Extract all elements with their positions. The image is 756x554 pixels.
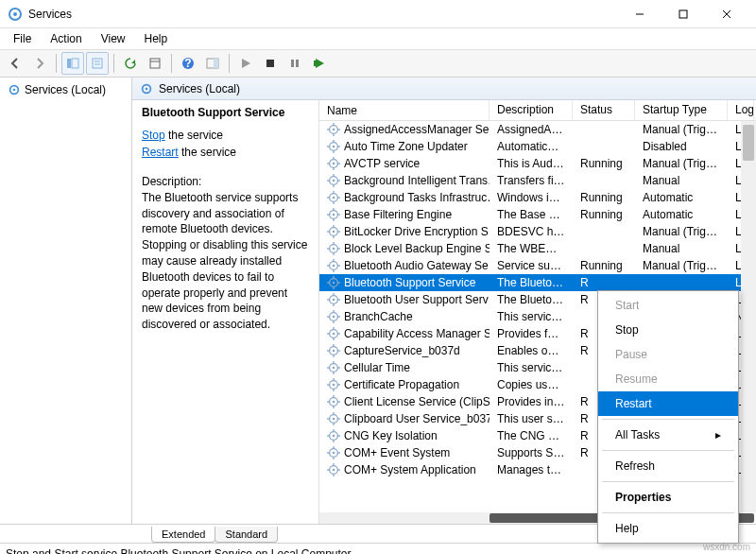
svg-rect-16 bbox=[214, 59, 218, 68]
refresh-button[interactable] bbox=[119, 52, 142, 75]
pause-service-button[interactable] bbox=[284, 52, 306, 75]
detail-pane: Bluetooth Support Service Stop the servi… bbox=[132, 100, 319, 524]
svg-point-92 bbox=[333, 316, 335, 319]
gear-icon bbox=[327, 293, 340, 306]
col-description[interactable]: Description bbox=[490, 100, 573, 120]
stop-service-link[interactable]: Stop bbox=[142, 129, 165, 142]
gear-icon bbox=[327, 344, 340, 357]
svg-point-146 bbox=[333, 469, 335, 472]
svg-point-140 bbox=[333, 452, 335, 455]
restart-service-button[interactable] bbox=[308, 52, 331, 75]
ctx-stop[interactable]: Stop bbox=[598, 318, 738, 342]
svg-point-98 bbox=[333, 333, 335, 336]
window-title: Services bbox=[28, 8, 618, 21]
main-header: Services (Local) bbox=[132, 78, 756, 100]
back-button[interactable] bbox=[4, 52, 26, 75]
col-status[interactable]: Status bbox=[573, 100, 635, 120]
table-row[interactable]: Background Intelligent Trans…Transfers f… bbox=[319, 172, 756, 189]
svg-point-122 bbox=[333, 401, 335, 404]
menu-file[interactable]: File bbox=[6, 30, 39, 47]
svg-point-134 bbox=[333, 435, 335, 438]
ctx-properties[interactable]: Properties bbox=[598, 485, 738, 510]
detail-desc-label: Description: bbox=[142, 174, 309, 190]
col-logon[interactable]: Log bbox=[728, 100, 754, 120]
gear-icon bbox=[327, 140, 340, 153]
restart-service-link[interactable]: Restart bbox=[142, 146, 179, 159]
ctx-help[interactable]: Help bbox=[598, 516, 738, 541]
stop-service-button[interactable] bbox=[259, 52, 282, 75]
table-row[interactable]: Background Tasks Infrastruc…Windows inf…… bbox=[319, 189, 756, 206]
gear-icon bbox=[327, 242, 340, 255]
gear-icon bbox=[327, 429, 340, 442]
menu-help[interactable]: Help bbox=[137, 30, 176, 47]
svg-rect-19 bbox=[296, 60, 299, 67]
status-text: Stop and Start service Bluetooth Support… bbox=[6, 547, 352, 555]
svg-point-68 bbox=[333, 248, 335, 251]
table-row[interactable]: AssignedAccessManager Ser…AssignedAcc…Ma… bbox=[319, 121, 756, 138]
table-row[interactable]: Bluetooth Audio Gateway Se…Service supp…… bbox=[319, 257, 756, 274]
table-row[interactable]: Auto Time Zone UpdaterAutomaticall…Disab… bbox=[319, 138, 756, 155]
svg-point-26 bbox=[333, 129, 335, 131]
close-button[interactable] bbox=[705, 0, 748, 28]
ctx-refresh[interactable]: Refresh bbox=[598, 454, 738, 478]
col-name[interactable]: Name bbox=[319, 100, 490, 120]
svg-rect-18 bbox=[291, 60, 294, 67]
export-list-button[interactable] bbox=[86, 52, 109, 75]
menu-view[interactable]: View bbox=[94, 30, 133, 47]
properties-button[interactable] bbox=[144, 52, 166, 75]
svg-point-116 bbox=[333, 384, 335, 387]
gear-icon bbox=[327, 463, 340, 476]
tab-extended[interactable]: Extended bbox=[151, 527, 215, 543]
gear-icon bbox=[327, 412, 340, 425]
minimize-button[interactable] bbox=[618, 0, 662, 28]
svg-point-62 bbox=[333, 231, 335, 234]
tree-pane: Services (Local) bbox=[0, 78, 132, 524]
gear-icon bbox=[327, 327, 340, 340]
table-row[interactable]: Bluetooth Support ServiceThe Bluetoo…RLo… bbox=[319, 274, 756, 291]
action-pane-button[interactable] bbox=[201, 52, 224, 75]
toolbar: ? bbox=[0, 49, 756, 78]
tree-root-services-local[interactable]: Services (Local) bbox=[0, 81, 131, 98]
gear-icon bbox=[327, 174, 340, 187]
svg-point-32 bbox=[333, 146, 335, 148]
svg-rect-11 bbox=[150, 59, 160, 68]
table-row[interactable]: Block Level Backup Engine S…The WBENGI…M… bbox=[319, 240, 756, 257]
gear-icon bbox=[327, 395, 340, 408]
start-service-button[interactable] bbox=[234, 52, 257, 75]
table-row[interactable]: BitLocker Drive Encryption S…BDESVC hos…… bbox=[319, 223, 756, 240]
show-hide-tree-button[interactable] bbox=[61, 52, 84, 75]
gear-icon bbox=[327, 191, 340, 204]
gear-icon bbox=[327, 123, 340, 136]
svg-rect-3 bbox=[679, 10, 687, 18]
maximize-button[interactable] bbox=[662, 0, 705, 28]
svg-rect-7 bbox=[72, 59, 78, 68]
ctx-restart[interactable]: Restart bbox=[598, 391, 738, 416]
svg-rect-6 bbox=[67, 59, 71, 68]
svg-rect-17 bbox=[266, 60, 274, 67]
detail-desc: The Bluetooth service supports discovery… bbox=[142, 190, 309, 333]
ctx-all-tasks[interactable]: All Tasks▸ bbox=[598, 423, 738, 447]
svg-point-74 bbox=[333, 265, 335, 268]
gear-icon bbox=[327, 225, 340, 238]
gear-icon bbox=[327, 446, 340, 459]
svg-point-50 bbox=[333, 197, 335, 199]
col-startup[interactable]: Startup Type bbox=[635, 100, 728, 120]
ctx-resume: Resume bbox=[598, 367, 738, 391]
help-button[interactable]: ? bbox=[177, 52, 199, 75]
svg-rect-20 bbox=[314, 61, 316, 66]
svg-point-104 bbox=[333, 350, 335, 353]
svg-point-128 bbox=[333, 418, 335, 421]
table-row[interactable]: AVCTP serviceThis is Audio…RunningManual… bbox=[319, 155, 756, 172]
ctx-pause: Pause bbox=[598, 342, 738, 367]
table-row[interactable]: Base Filtering EngineThe Base Filt…Runni… bbox=[319, 206, 756, 223]
main-header-title: Services (Local) bbox=[159, 82, 240, 95]
tab-standard[interactable]: Standard bbox=[215, 527, 278, 543]
svg-point-44 bbox=[333, 180, 335, 182]
forward-button[interactable] bbox=[28, 52, 51, 75]
ctx-start: Start bbox=[598, 293, 738, 318]
context-menu: Start Stop Pause Resume Restart All Task… bbox=[597, 290, 739, 544]
menu-action[interactable]: Action bbox=[43, 30, 89, 47]
vertical-scrollbar[interactable] bbox=[741, 121, 756, 512]
gear-icon bbox=[327, 208, 340, 221]
svg-point-80 bbox=[333, 282, 335, 285]
